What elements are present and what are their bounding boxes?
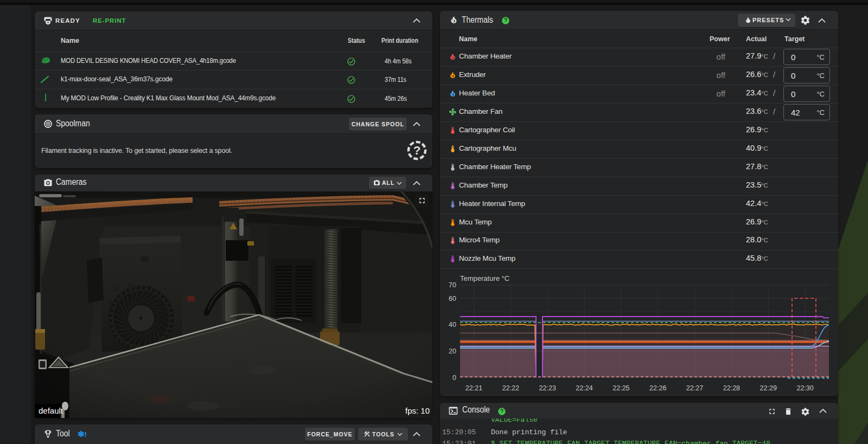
svg-text:70: 70: [449, 281, 456, 289]
svg-text:20: 20: [449, 348, 456, 355]
svg-text:22:21: 22:21: [465, 384, 482, 392]
svg-text:22:26: 22:26: [649, 384, 666, 392]
svg-text:22:23: 22:23: [539, 384, 556, 392]
svg-text:40: 40: [449, 321, 456, 329]
svg-text:22:28: 22:28: [723, 384, 740, 392]
svg-text:22:30: 22:30: [796, 384, 813, 392]
svg-text:22:27: 22:27: [686, 384, 703, 392]
svg-text:60: 60: [449, 295, 456, 303]
svg-text:22:22: 22:22: [502, 384, 519, 392]
svg-text:22:29: 22:29: [760, 384, 777, 392]
svg-text:22:25: 22:25: [612, 384, 629, 392]
svg-text:0: 0: [452, 374, 456, 382]
svg-text:Temperature °C: Temperature °C: [460, 274, 509, 282]
svg-text:?: ?: [413, 144, 421, 157]
svg-text:22:24: 22:24: [576, 384, 592, 392]
